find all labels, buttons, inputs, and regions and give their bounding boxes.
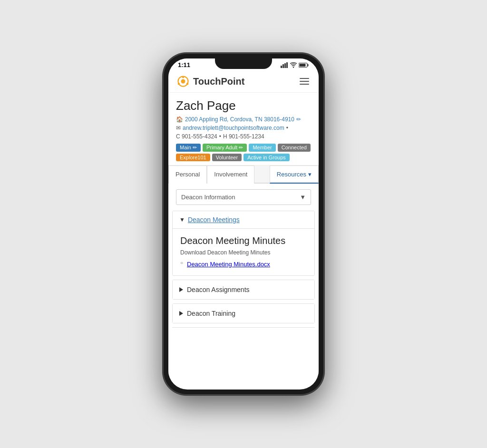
deacon-assignments-label: Deacon Assignments xyxy=(187,286,250,293)
svg-rect-1 xyxy=(282,64,284,68)
svg-rect-6 xyxy=(308,64,309,66)
profile-section: Zach Page 🏠 2000 Appling Rd, Cordova, TN… xyxy=(168,93,319,166)
email-icon: ✉ xyxy=(176,125,181,131)
cell-phone: C 901-555-4324 xyxy=(176,133,217,140)
home-icon: 🏠 xyxy=(176,116,183,123)
file-list: Deacon Meeting Minutes.docx xyxy=(180,260,307,269)
deacon-meetings-body: Deacon Meeting Minutes Download Deacon M… xyxy=(173,229,314,275)
tag-volunteer[interactable]: Volunteer xyxy=(212,154,242,161)
home-phone-num: H 901-555-1234 xyxy=(223,133,264,140)
deacon-meetings-header[interactable]: ▼ Deacon Meetings xyxy=(173,211,314,229)
deacon-assignments-section: Deacon Assignments xyxy=(172,280,315,300)
svg-rect-7 xyxy=(300,64,306,67)
deacon-assignments-header[interactable]: Deacon Assignments xyxy=(173,280,314,299)
svg-point-4 xyxy=(293,67,294,68)
dropdown-arrow-icon: ▼ xyxy=(300,194,306,201)
expand-assignments-icon xyxy=(179,287,183,292)
bottom-divider xyxy=(172,327,315,328)
tag-main[interactable]: Main ✏ xyxy=(176,144,201,152)
logo-area: TouchPoint xyxy=(176,74,245,88)
tag-connected[interactable]: Connected xyxy=(278,144,311,152)
tag-active-groups[interactable]: Active in Groups xyxy=(244,154,290,161)
tabs-row: Personal Involvement Resources ▾ xyxy=(168,166,319,184)
deacon-meetings-section: ▼ Deacon Meetings Deacon Meeting Minutes… xyxy=(172,211,315,276)
deacon-training-header[interactable]: Deacon Training xyxy=(173,304,314,323)
tags-row: Main ✏ Primary Adult ✏ Member Connected … xyxy=(176,144,311,161)
battery-icon xyxy=(299,62,309,68)
signal-icon xyxy=(281,62,288,68)
svg-point-10 xyxy=(182,76,185,78)
svg-rect-2 xyxy=(284,63,286,68)
collapse-arrow-icon: ▼ xyxy=(179,216,185,223)
app-name: TouchPoint xyxy=(193,76,245,87)
tab-personal[interactable]: Personal xyxy=(168,166,207,184)
wifi-icon xyxy=(290,62,297,68)
svg-rect-0 xyxy=(281,66,282,68)
tag-member[interactable]: Member xyxy=(249,144,275,152)
screen-content: TouchPoint Zach Page 🏠 2000 Appling Rd, … xyxy=(168,69,319,387)
tag-primary-adult[interactable]: Primary Adult ✏ xyxy=(203,144,247,152)
meeting-minutes-title: Deacon Meeting Minutes xyxy=(180,235,307,246)
phone-notch xyxy=(215,58,272,69)
touchpoint-logo-icon xyxy=(176,74,190,88)
profile-name: Zach Page xyxy=(176,98,311,113)
deacon-meetings-link[interactable]: Deacon Meetings xyxy=(188,216,240,224)
tab-involvement[interactable]: Involvement xyxy=(207,166,254,184)
contact-line: ✉ andrew.triplett@touchpointsoftware.com… xyxy=(176,125,311,140)
app-header: TouchPoint xyxy=(168,69,319,93)
home-phone: • xyxy=(219,133,221,140)
deacon-training-section: Deacon Training xyxy=(172,303,315,323)
expand-training-icon xyxy=(179,311,183,316)
dropdown-selected-label: Deacon Information xyxy=(181,194,235,201)
resources-dropdown-icon: ▾ xyxy=(308,171,312,178)
svg-point-12 xyxy=(186,83,189,85)
svg-point-9 xyxy=(181,79,185,84)
phone-separator: • xyxy=(286,125,288,131)
phone-device: 1:11 xyxy=(163,53,324,395)
tag-explore101[interactable]: Explore101 xyxy=(176,154,210,161)
address-link[interactable]: 2000 Appling Rd, Cordova, TN 38016-4910 xyxy=(185,116,294,123)
meeting-minutes-file-link[interactable]: Deacon Meeting Minutes.docx xyxy=(187,261,270,268)
menu-button[interactable] xyxy=(298,76,311,87)
svg-point-11 xyxy=(178,83,180,85)
phone-screen: 1:11 xyxy=(168,58,319,390)
tab-resources[interactable]: Resources ▾ xyxy=(270,166,319,184)
email-link[interactable]: andrew.triplett@touchpointsoftware.com xyxy=(183,125,284,131)
edit-address-icon[interactable]: ✏ xyxy=(296,116,301,123)
address-line: 🏠 2000 Appling Rd, Cordova, TN 38016-491… xyxy=(176,116,311,123)
svg-rect-3 xyxy=(286,62,288,68)
deacon-info-dropdown[interactable]: Deacon Information ▼ xyxy=(176,189,311,205)
status-time: 1:11 xyxy=(178,61,190,68)
meeting-minutes-subtitle: Download Deacon Meeting Minutes xyxy=(180,249,307,256)
status-icons xyxy=(281,62,309,68)
deacon-training-label: Deacon Training xyxy=(187,310,235,317)
